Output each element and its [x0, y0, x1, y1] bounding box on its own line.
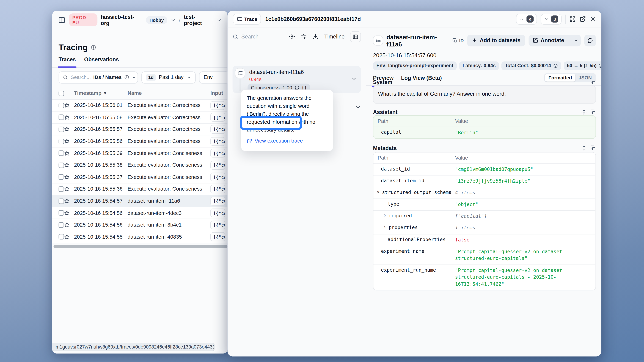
- input-preview[interactable]: [{"cor: [210, 221, 226, 229]
- table-row[interactable]: 2025-10-16 15:55:56 Execute evaluator: C…: [52, 135, 228, 147]
- star-icon[interactable]: [64, 186, 70, 192]
- star-icon[interactable]: [64, 222, 70, 228]
- view-settings-icon[interactable]: [301, 33, 307, 40]
- expand-vertical-icon[interactable]: [581, 145, 587, 151]
- time-range-button[interactable]: 1d Past 1 day: [142, 71, 196, 83]
- input-preview[interactable]: [{"cor: [210, 101, 226, 110]
- row-checkbox[interactable]: [58, 150, 64, 156]
- expand-chevron[interactable]: ›: [384, 213, 386, 219]
- org-chevron-down-icon[interactable]: [170, 17, 176, 22]
- search-input[interactable]: Search... IDs / Names: [58, 71, 138, 83]
- table-row[interactable]: 2025-10-16 15:54:55 dataset-run-item-408…: [52, 231, 228, 243]
- star-icon[interactable]: [64, 198, 70, 204]
- row-checkbox[interactable]: [58, 139, 64, 144]
- project-chevron-down-icon[interactable]: [216, 17, 222, 22]
- table-row[interactable]: 2025-10-16 15:55:37 Execute evaluator: C…: [52, 171, 228, 183]
- table-row[interactable]: 2025-10-16 15:54:56 dataset-run-item-4de…: [52, 207, 228, 219]
- project-name[interactable]: test-project: [184, 14, 213, 26]
- copy-icon[interactable]: [590, 79, 596, 85]
- search-scope-info-icon[interactable]: [124, 75, 129, 80]
- next-trace-button[interactable]: J: [541, 14, 562, 24]
- info-icon[interactable]: [598, 63, 601, 68]
- table-row[interactable]: 2025-10-16 15:55:38 Execute evaluator: C…: [52, 159, 228, 171]
- sort-desc-icon[interactable]: ▼: [103, 91, 107, 95]
- row-checkbox[interactable]: [58, 198, 64, 204]
- row-checkbox[interactable]: [58, 174, 64, 180]
- expand-chevron[interactable]: ›: [384, 225, 386, 231]
- collapse-chevron[interactable]: ∨: [377, 189, 380, 195]
- download-icon[interactable]: [312, 33, 319, 40]
- input-preview[interactable]: [{"cor: [210, 232, 226, 241]
- horizontal-scrollbar[interactable]: [54, 245, 228, 248]
- close-icon[interactable]: [590, 16, 596, 22]
- row-checkbox[interactable]: [58, 210, 64, 216]
- tree-search-input[interactable]: Search: [232, 33, 284, 40]
- sidebar-toggle-icon[interactable]: [58, 16, 66, 23]
- view-execution-trace-link[interactable]: View execution trace: [247, 138, 303, 144]
- input-preview[interactable]: [{"cor: [210, 161, 226, 169]
- expand-fullscreen-icon[interactable]: [570, 16, 576, 22]
- copy-icon[interactable]: [590, 145, 596, 151]
- column-header-input[interactable]: Input: [210, 90, 228, 96]
- star-icon[interactable]: [64, 126, 70, 132]
- table-row[interactable]: 2025-10-16 15:55:36 Execute evaluator: C…: [52, 183, 228, 195]
- prev-trace-button[interactable]: K: [516, 14, 537, 24]
- next-node-chevron-down-icon[interactable]: [355, 104, 361, 110]
- row-checkbox[interactable]: [58, 103, 64, 108]
- select-all-checkbox[interactable]: [58, 90, 64, 96]
- row-checkbox[interactable]: [58, 115, 64, 120]
- expand-vertical-icon[interactable]: [581, 109, 587, 115]
- collapse-panel-button[interactable]: [350, 31, 361, 42]
- copy-icon[interactable]: [590, 109, 596, 115]
- annotate-dropdown-button[interactable]: [571, 34, 581, 46]
- node-chevron-down-icon[interactable]: [351, 75, 357, 81]
- row-checkbox[interactable]: [58, 162, 64, 168]
- row-checkbox[interactable]: [58, 222, 64, 228]
- tab-observations[interactable]: Observations: [84, 55, 119, 67]
- input-preview[interactable]: [{"cor: [210, 125, 226, 134]
- input-preview[interactable]: [{"cor: [210, 173, 226, 181]
- search-scope-label[interactable]: IDs / Names: [93, 74, 122, 80]
- info-icon[interactable]: [91, 44, 96, 50]
- tab-traces[interactable]: Traces: [58, 55, 76, 67]
- add-to-datasets-button[interactable]: Add to datasets: [467, 34, 525, 46]
- table-row[interactable]: 2025-10-16 15:56:01 Execute evaluator: C…: [52, 100, 228, 111]
- star-icon[interactable]: [64, 114, 70, 120]
- column-header-timestamp[interactable]: Timestamp: [74, 90, 102, 96]
- env-filter-button[interactable]: Env: [199, 71, 228, 83]
- input-preview[interactable]: [{"cor: [210, 197, 226, 205]
- info-icon[interactable]: [553, 63, 558, 68]
- table-row[interactable]: 2025-10-16 15:55:57 Execute evaluator: C…: [52, 124, 228, 135]
- tree-node-selected[interactable]: dataset-run-item-f11a6 0.94s Conciseness…: [232, 65, 361, 93]
- comments-button[interactable]: [584, 34, 596, 46]
- table-row[interactable]: 2025-10-16 15:54:56 dataset-run-item-3b4…: [52, 219, 228, 231]
- star-icon[interactable]: [64, 162, 70, 168]
- collapse-all-icon[interactable]: [289, 33, 296, 40]
- star-icon[interactable]: [64, 210, 70, 216]
- horizontal-scrollbar-thumb[interactable]: [54, 245, 228, 248]
- input-preview[interactable]: [{"cor: [210, 137, 226, 146]
- star-icon[interactable]: [64, 138, 70, 144]
- input-preview[interactable]: [{"cor: [210, 149, 226, 158]
- search-scope-chevron-icon[interactable]: [132, 75, 136, 80]
- input-preview[interactable]: [{"cor: [210, 209, 226, 218]
- timeline-toggle[interactable]: Timeline: [324, 33, 345, 40]
- open-external-icon[interactable]: [580, 16, 586, 22]
- star-icon[interactable]: [64, 174, 70, 180]
- row-checkbox[interactable]: [58, 127, 64, 132]
- kv-row-expandable[interactable]: ∨ structured_output_schema 4 items: [374, 187, 596, 198]
- table-row-selected[interactable]: 2025-10-16 15:54:57 dataset-run-item-f11…: [52, 195, 228, 207]
- star-icon[interactable]: [64, 150, 70, 156]
- copy-id-button[interactable]: ID: [452, 38, 464, 43]
- row-checkbox[interactable]: [58, 186, 64, 192]
- column-header-name[interactable]: Name: [128, 90, 210, 96]
- kv-row-expandable[interactable]: › properties 1 items: [374, 222, 596, 234]
- star-icon[interactable]: [64, 102, 70, 108]
- table-row[interactable]: 2025-10-16 15:55:39 Execute evaluator: C…: [52, 147, 228, 159]
- row-checkbox[interactable]: [58, 234, 64, 240]
- star-icon[interactable]: [64, 234, 70, 240]
- table-row[interactable]: 2025-10-16 15:55:58 Execute evaluator: C…: [52, 112, 228, 124]
- kv-row-expandable[interactable]: › required ["capital"]: [374, 210, 596, 222]
- annotate-button[interactable]: Annotate: [528, 34, 568, 46]
- input-preview[interactable]: [{"cor: [210, 113, 226, 122]
